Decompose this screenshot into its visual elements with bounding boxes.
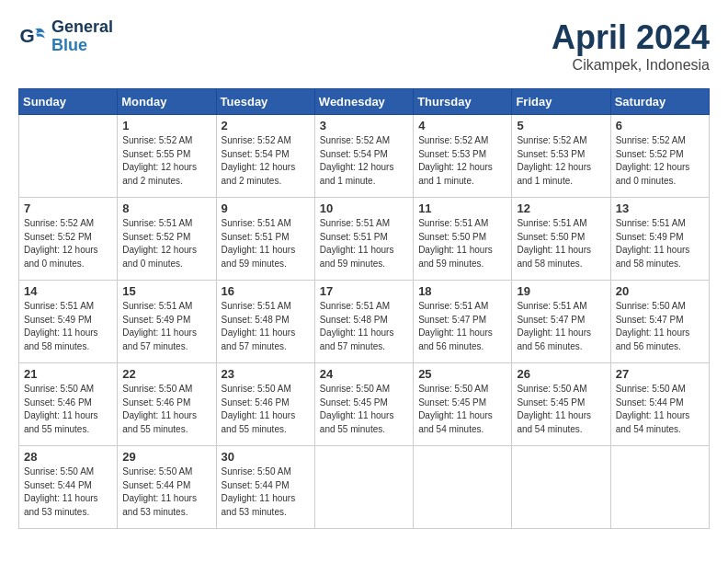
calendar-cell: 5Sunrise: 5:52 AMSunset: 5:53 PMDaylight… [512, 115, 610, 198]
week-row-1: 1Sunrise: 5:52 AMSunset: 5:55 PMDaylight… [19, 115, 710, 198]
day-number: 20 [616, 284, 704, 298]
calendar-cell: 29Sunrise: 5:50 AMSunset: 5:44 PMDayligh… [118, 446, 216, 529]
calendar-cell: 21Sunrise: 5:50 AMSunset: 5:46 PMDayligh… [19, 363, 118, 446]
day-number: 24 [320, 367, 408, 381]
day-number: 4 [418, 119, 506, 132]
day-number: 21 [24, 367, 112, 381]
calendar-cell [314, 446, 413, 529]
day-number: 14 [24, 284, 112, 298]
day-number: 27 [616, 367, 704, 381]
day-number: 25 [418, 367, 506, 381]
day-number: 13 [616, 201, 704, 215]
day-number: 18 [418, 284, 506, 298]
day-number: 11 [418, 201, 506, 215]
calendar-cell: 17Sunrise: 5:51 AMSunset: 5:48 PMDayligh… [314, 281, 413, 363]
calendar-cell: 30Sunrise: 5:50 AMSunset: 5:44 PMDayligh… [216, 446, 314, 529]
day-info: Sunrise: 5:52 AMSunset: 5:54 PMDaylight:… [320, 134, 408, 188]
day-info: Sunrise: 5:50 AMSunset: 5:45 PMDaylight:… [418, 383, 506, 436]
calendar-cell: 15Sunrise: 5:51 AMSunset: 5:49 PMDayligh… [118, 281, 216, 363]
calendar-cell: 11Sunrise: 5:51 AMSunset: 5:50 PMDayligh… [414, 198, 512, 281]
location: Cikampek, Indonesia [552, 57, 710, 74]
weekday-header-thursday: Thursday [414, 89, 512, 115]
day-info: Sunrise: 5:52 AMSunset: 5:54 PMDaylight:… [222, 134, 310, 188]
day-number: 30 [222, 450, 310, 464]
calendar-cell: 1Sunrise: 5:52 AMSunset: 5:55 PMDaylight… [118, 115, 216, 198]
calendar-cell: 18Sunrise: 5:51 AMSunset: 5:47 PMDayligh… [414, 281, 512, 363]
weekday-header-saturday: Saturday [610, 89, 709, 115]
day-info: Sunrise: 5:50 AMSunset: 5:44 PMDaylight:… [122, 465, 210, 519]
day-info: Sunrise: 5:50 AMSunset: 5:47 PMDaylight:… [616, 300, 704, 353]
weekday-header-tuesday: Tuesday [216, 89, 314, 115]
day-info: Sunrise: 5:50 AMSunset: 5:44 PMDaylight:… [24, 465, 112, 519]
calendar-cell: 24Sunrise: 5:50 AMSunset: 5:45 PMDayligh… [314, 363, 413, 446]
calendar-cell: 4Sunrise: 5:52 AMSunset: 5:53 PMDaylight… [414, 115, 512, 198]
day-number: 23 [222, 367, 310, 381]
day-info: Sunrise: 5:50 AMSunset: 5:44 PMDaylight:… [222, 465, 310, 519]
day-info: Sunrise: 5:51 AMSunset: 5:48 PMDaylight:… [222, 300, 310, 353]
calendar-table: SundayMondayTuesdayWednesdayThursdayFrid… [18, 88, 710, 529]
logo-general: General [51, 18, 113, 37]
day-number: 5 [517, 119, 605, 132]
weekday-header-row: SundayMondayTuesdayWednesdayThursdayFrid… [19, 89, 710, 115]
weekday-header-monday: Monday [118, 89, 216, 115]
day-info: Sunrise: 5:50 AMSunset: 5:45 PMDaylight:… [517, 383, 605, 436]
svg-text:G: G [20, 25, 35, 46]
calendar-cell [512, 446, 610, 529]
day-info: Sunrise: 5:51 AMSunset: 5:51 PMDaylight:… [320, 217, 408, 270]
day-number: 8 [122, 201, 210, 215]
day-number: 2 [222, 119, 310, 132]
calendar-cell: 28Sunrise: 5:50 AMSunset: 5:44 PMDayligh… [19, 446, 118, 529]
calendar-cell: 25Sunrise: 5:50 AMSunset: 5:45 PMDayligh… [414, 363, 512, 446]
logo: G General Blue [18, 18, 113, 55]
calendar-cell: 10Sunrise: 5:51 AMSunset: 5:51 PMDayligh… [314, 198, 413, 281]
page-header: G General Blue April 2024 Cikampek, Indo… [18, 18, 710, 74]
day-number: 6 [616, 119, 704, 132]
day-number: 26 [517, 367, 605, 381]
calendar-cell: 9Sunrise: 5:51 AMSunset: 5:51 PMDaylight… [216, 198, 314, 281]
day-info: Sunrise: 5:51 AMSunset: 5:52 PMDaylight:… [122, 217, 210, 270]
calendar-cell: 14Sunrise: 5:51 AMSunset: 5:49 PMDayligh… [19, 281, 118, 363]
calendar-cell: 8Sunrise: 5:51 AMSunset: 5:52 PMDaylight… [118, 198, 216, 281]
day-info: Sunrise: 5:52 AMSunset: 5:52 PMDaylight:… [24, 217, 112, 270]
day-number: 16 [222, 284, 310, 298]
day-info: Sunrise: 5:51 AMSunset: 5:47 PMDaylight:… [418, 300, 506, 353]
day-number: 12 [517, 201, 605, 215]
title-section: April 2024 Cikampek, Indonesia [552, 18, 710, 74]
day-number: 15 [122, 284, 210, 298]
week-row-3: 14Sunrise: 5:51 AMSunset: 5:49 PMDayligh… [19, 281, 710, 363]
day-info: Sunrise: 5:51 AMSunset: 5:48 PMDaylight:… [320, 300, 408, 353]
day-info: Sunrise: 5:51 AMSunset: 5:49 PMDaylight:… [616, 217, 704, 270]
day-number: 17 [320, 284, 408, 298]
calendar-cell: 22Sunrise: 5:50 AMSunset: 5:46 PMDayligh… [118, 363, 216, 446]
day-info: Sunrise: 5:50 AMSunset: 5:45 PMDaylight:… [320, 383, 408, 436]
day-number: 9 [222, 201, 310, 215]
day-number: 28 [24, 450, 112, 464]
calendar-cell: 16Sunrise: 5:51 AMSunset: 5:48 PMDayligh… [216, 281, 314, 363]
week-row-5: 28Sunrise: 5:50 AMSunset: 5:44 PMDayligh… [19, 446, 710, 529]
day-info: Sunrise: 5:52 AMSunset: 5:53 PMDaylight:… [418, 134, 506, 188]
day-number: 22 [122, 367, 210, 381]
logo-text: General Blue [51, 18, 113, 55]
day-info: Sunrise: 5:51 AMSunset: 5:50 PMDaylight:… [517, 217, 605, 270]
calendar-cell: 2Sunrise: 5:52 AMSunset: 5:54 PMDaylight… [216, 115, 314, 198]
day-info: Sunrise: 5:50 AMSunset: 5:46 PMDaylight:… [122, 383, 210, 436]
day-number: 3 [320, 119, 408, 132]
week-row-4: 21Sunrise: 5:50 AMSunset: 5:46 PMDayligh… [19, 363, 710, 446]
day-number: 29 [122, 450, 210, 464]
day-info: Sunrise: 5:52 AMSunset: 5:55 PMDaylight:… [122, 134, 210, 188]
day-info: Sunrise: 5:51 AMSunset: 5:49 PMDaylight:… [122, 300, 210, 353]
day-number: 7 [24, 201, 112, 215]
calendar-cell: 6Sunrise: 5:52 AMSunset: 5:52 PMDaylight… [610, 115, 709, 198]
weekday-header-wednesday: Wednesday [314, 89, 413, 115]
day-info: Sunrise: 5:52 AMSunset: 5:52 PMDaylight:… [616, 134, 704, 188]
day-info: Sunrise: 5:51 AMSunset: 5:51 PMDaylight:… [222, 217, 310, 270]
calendar-cell: 13Sunrise: 5:51 AMSunset: 5:49 PMDayligh… [610, 198, 709, 281]
calendar-cell: 7Sunrise: 5:52 AMSunset: 5:52 PMDaylight… [19, 198, 118, 281]
month-title: April 2024 [552, 18, 710, 57]
calendar-cell: 12Sunrise: 5:51 AMSunset: 5:50 PMDayligh… [512, 198, 610, 281]
day-info: Sunrise: 5:51 AMSunset: 5:47 PMDaylight:… [517, 300, 605, 353]
day-info: Sunrise: 5:52 AMSunset: 5:53 PMDaylight:… [517, 134, 605, 188]
calendar-cell [610, 446, 709, 529]
calendar-cell: 26Sunrise: 5:50 AMSunset: 5:45 PMDayligh… [512, 363, 610, 446]
day-info: Sunrise: 5:50 AMSunset: 5:46 PMDaylight:… [222, 383, 310, 436]
